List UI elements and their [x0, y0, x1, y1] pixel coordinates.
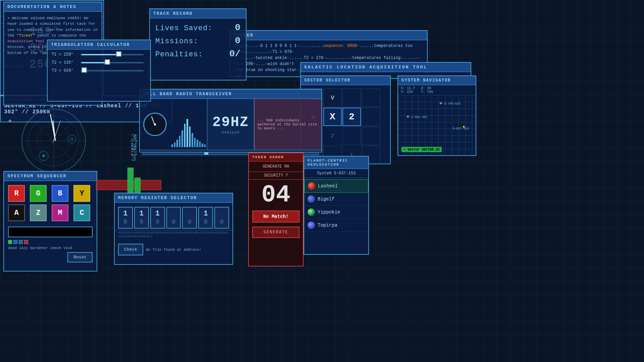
planet-yippokie[interactable]: Yippokie [304, 206, 368, 219]
freq-analyze-label[interactable]: Analyze [222, 130, 239, 134]
tri-t1-track[interactable] [81, 54, 144, 55]
mem-cell-1[interactable]: 10 [134, 207, 149, 229]
seq-btn-y[interactable]: Y [73, 185, 90, 202]
spec-bar-6 [186, 119, 188, 147]
track-record-title: TRACK RECORD [150, 9, 246, 18]
radio-side-number: 333 [131, 132, 137, 164]
seq-btn-c[interactable]: C [73, 204, 90, 221]
mem-cell-bot-0: 0 [124, 219, 127, 225]
spec-bar-12 [202, 143, 203, 147]
tri-t2-label: T2 = 135° [52, 60, 78, 65]
nav-star-768[interactable]: ✛ S-768-815 [440, 100, 461, 106]
nav-center-star: ✦ [462, 123, 466, 130]
planet-dot-topirpa [308, 222, 315, 229]
memory-cells-row: 10 10 10 0 0 10 0 [115, 203, 232, 230]
dial-circle[interactable] [143, 113, 167, 136]
tri-row-1: T1 = 220° [52, 52, 146, 57]
mem-cell-0[interactable]: 10 [118, 207, 133, 229]
memory-check-button[interactable]: Check [118, 244, 143, 255]
seq-buttons-grid: R G B Y A Z M C [4, 181, 97, 225]
navigator-panel: System Navigator X: 11.7 Z: 29Y: 224 T: … [397, 75, 476, 156]
seq-dot-gray [19, 240, 23, 244]
nav-star-037[interactable]: S-037-153 [452, 127, 469, 130]
missions-row: Missions: 0 [155, 36, 240, 46]
mem-cell-top-2: 1 [155, 209, 160, 219]
seq-btn-m[interactable]: M [52, 204, 68, 221]
svg-text:✛: ✛ [8, 117, 12, 124]
planet-name-lasheel: Lasheel [318, 183, 338, 189]
mem-cell-5[interactable]: 10 [198, 207, 213, 229]
tri-row-3: T3 = 020° [52, 68, 146, 73]
spec-bar-9 [194, 138, 196, 147]
seq-reset-button[interactable]: Reset [67, 252, 93, 262]
nav-cross-768: ✛ [440, 101, 442, 106]
seq-phrase: dead lazy Gardener leave void [4, 245, 97, 251]
mem-cell-4[interactable]: 0 [182, 207, 197, 229]
missions-label: Missions: [155, 37, 198, 46]
compass-display: ✛ [3, 104, 107, 176]
sector-selector-title: Sector Selector [301, 76, 390, 85]
tri-content: T1 = 220° T2 = 135° T3 = 020° [48, 50, 150, 79]
seq-btn-b[interactable]: B [52, 185, 68, 202]
tri-t1-label: T1 = 220° [52, 52, 78, 57]
dial-center [154, 123, 156, 125]
planet-dot-bigelf [308, 195, 315, 203]
sector-x-button[interactable]: X [323, 108, 342, 126]
seq-display-text [9, 227, 92, 230]
track-record-panel: TRACK RECORD Lives Saved: 0 Missions: 0 … [149, 8, 247, 80]
mem-cell-6[interactable]: 0 [214, 207, 229, 229]
geoloc-title: Planet-Centric Geolocation [304, 157, 368, 169]
sector-cell-empty6 [362, 127, 380, 145]
spec-bar-3 [179, 136, 181, 147]
sector-2-button[interactable]: 2 [342, 108, 361, 126]
seq-btn-r[interactable]: R [8, 185, 25, 202]
radio-panel: FULL BAND RADIO TRANSCEIVER 29HZ Analyze… [139, 89, 322, 153]
sector-cell-empty3 [362, 108, 380, 126]
token-big-number: 04 [249, 183, 303, 207]
ticker-ref: Ticker [19, 33, 33, 38]
spec-bar-1 [174, 142, 176, 147]
memory-register-panel: MEMORY REGISTER SELECTOR 10 10 10 0 0 10… [114, 193, 233, 265]
sector-cell-empty2 [362, 88, 380, 107]
penalties-label: Penalties: [155, 50, 203, 59]
tri-t3-track[interactable] [81, 70, 144, 71]
ticker-title: TICKER [230, 31, 427, 40]
planet-lasheel[interactable]: Lasheel [304, 179, 368, 193]
planet-name-yippokie: Yippokie [318, 209, 340, 215]
seq-btn-a[interactable]: A [8, 204, 25, 221]
mem-cell-top-5: 1 [204, 209, 208, 219]
radio-dial [140, 99, 170, 150]
token-generate-button[interactable]: GENERATE [252, 227, 300, 238]
freq-number: 29HZ [212, 114, 249, 130]
geoloc-system: System S-037-153 [304, 169, 368, 178]
seq-reset-row: Reset [4, 251, 97, 264]
sector-badge: ⬇ Sector SECTOR_X2 [401, 147, 442, 152]
spec-bar-7 [189, 126, 191, 147]
mem-cell-bot-3: 0 [172, 219, 175, 225]
spec-bar-13 [204, 144, 206, 147]
spec-bar-10 [197, 140, 198, 147]
mem-cell-bot-2: 0 [156, 219, 159, 225]
mem-cell-bot-5: 0 [204, 219, 208, 225]
planet-topirpa[interactable]: Topirpa [304, 219, 368, 232]
signal-bar-1 [127, 168, 133, 194]
sector-badge-text: ⬇ Sector SECTOR_X2 [404, 148, 440, 152]
planet-name-bigelf: Bigelf [318, 196, 334, 202]
spec-bar-2 [176, 140, 178, 147]
seq-btn-z[interactable]: Z [30, 204, 47, 221]
seq-btn-g[interactable]: G [30, 185, 47, 202]
missions-value: 0 [235, 36, 240, 46]
mem-cell-2[interactable]: 10 [150, 207, 165, 229]
sector-cell-v[interactable]: V [323, 88, 342, 107]
memory-title: MEMORY REGISTER SELECTOR [115, 193, 232, 203]
seq-dots [4, 239, 97, 245]
track-record-content: Lives Saved: 0 Missions: 0 Penalties: 0/ [150, 18, 246, 66]
mem-cell-3[interactable]: 0 [166, 207, 181, 229]
tri-t2-track[interactable] [81, 62, 144, 63]
tri-t3-label: T3 = 020° [52, 68, 78, 73]
doc-notes-title: DOCUMENTATION & NOTES [4, 2, 102, 12]
nav-star-001[interactable]: ✛ S-001-451 [407, 114, 427, 119]
lives-label: Lives Saved: [155, 24, 212, 33]
sector-cell-empty5 [342, 127, 361, 145]
planet-bigelf[interactable]: Bigelf [304, 193, 368, 206]
